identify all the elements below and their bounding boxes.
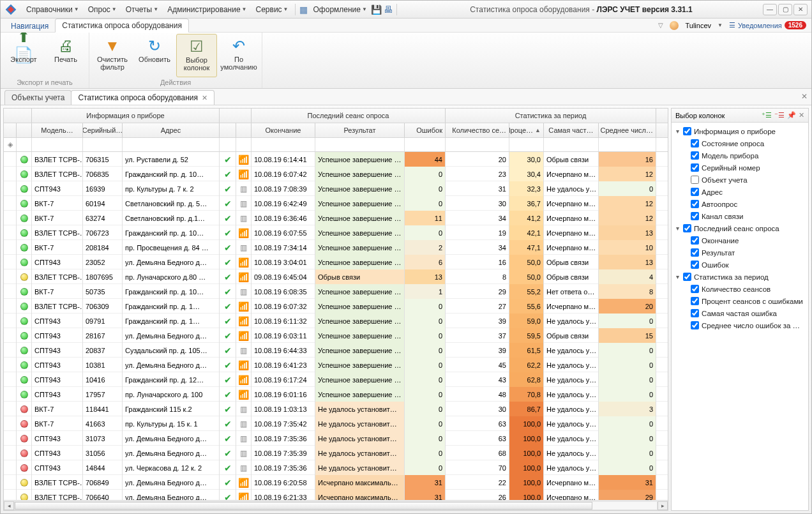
item-checkbox[interactable] bbox=[691, 212, 699, 220]
filter-cell[interactable] bbox=[83, 138, 123, 151]
tree-group[interactable]: ▾Последний сеанс опроса bbox=[674, 222, 806, 234]
add-column-icon[interactable]: ⁺☰ bbox=[762, 111, 772, 119]
item-checkbox[interactable] bbox=[691, 163, 699, 172]
expand-icon[interactable]: ▾ bbox=[674, 225, 680, 232]
menu-0[interactable]: Справочники▼ bbox=[22, 3, 83, 16]
tree-item[interactable]: Состояние опроса bbox=[674, 137, 806, 149]
filter-cell[interactable] bbox=[405, 138, 446, 151]
table-row[interactable]: ВКТ-741663пр. Культуры д. 15 к. 1✔▥10.08… bbox=[4, 416, 668, 431]
table-row[interactable]: ВКТ-7208184пр. Просвещения д. 84 …✔▥10.0… bbox=[4, 240, 668, 255]
column-header[interactable]: Ошибок bbox=[405, 123, 446, 137]
table-row[interactable]: СПТ94314844ул. Черкасова д. 12 к. 2✔▥10.… bbox=[4, 460, 668, 475]
group-checkbox[interactable] bbox=[683, 273, 691, 281]
filter-cell[interactable] bbox=[509, 138, 544, 151]
item-checkbox[interactable] bbox=[691, 285, 699, 293]
column-header[interactable]: Модель… bbox=[32, 123, 83, 137]
expand-icon[interactable]: ▾ bbox=[674, 273, 680, 280]
tree-item[interactable]: Ошибок bbox=[674, 259, 806, 271]
tree-item[interactable]: Модель прибора bbox=[674, 149, 806, 162]
column-header[interactable] bbox=[17, 123, 32, 137]
band-header[interactable] bbox=[4, 109, 32, 123]
horizontal-scrollbar[interactable]: ◂ ▸ bbox=[4, 500, 668, 510]
column-header[interactable]: Количество се… bbox=[446, 123, 509, 137]
item-checkbox[interactable] bbox=[691, 309, 699, 317]
doc-tab[interactable]: Объекты учета bbox=[4, 90, 71, 105]
menu-design[interactable]: Оформление▼ bbox=[310, 3, 371, 16]
table-row[interactable]: СПТ94310416Гражданский пр. д. 12…✔📶10.08… bbox=[4, 372, 668, 387]
column-header[interactable]: Среднее числ… bbox=[599, 123, 656, 137]
item-checkbox[interactable] bbox=[691, 321, 699, 329]
close-panel-icon[interactable]: ✕ bbox=[799, 111, 804, 119]
table-row[interactable]: СПТ94331056ул. Демьяна Бедного д…✔▥10.08… bbox=[4, 446, 668, 460]
table-row[interactable]: ВКТ-7118441Гражданский 115 к.2✔▥10.08.19… bbox=[4, 402, 668, 416]
item-checkbox[interactable] bbox=[691, 176, 699, 184]
table-row[interactable]: СПТ94310381ул. Демьяна Бедного д…✔📶10.08… bbox=[4, 358, 668, 372]
column-header[interactable] bbox=[4, 123, 17, 137]
table-row[interactable]: СПТ94317957пр. Луначарского д. 100✔📶10.0… bbox=[4, 387, 668, 402]
table-row[interactable]: ВЗЛЕТ ТСРВ-…706849ул. Демьяна Бедного д…… bbox=[4, 475, 668, 490]
tree-item[interactable]: Процент сеансов с ошибками bbox=[674, 295, 806, 307]
item-checkbox[interactable] bbox=[691, 200, 699, 208]
band-header[interactable]: Последний сеанс опроса bbox=[252, 109, 446, 123]
tree-item[interactable]: Объект учета bbox=[674, 174, 806, 186]
table-row[interactable]: СПТ94309791Гражданский пр. д. 1…✔📶10.08.… bbox=[4, 314, 668, 328]
band-header[interactable]: Информация о приборе bbox=[32, 109, 220, 123]
doc-tab[interactable]: Статистика опроса оборудования✕ bbox=[71, 90, 214, 105]
table-row[interactable]: ВЗЛЕТ ТСРВ-…706723Гражданский пр. д. 10…… bbox=[4, 225, 668, 240]
scroll-track[interactable] bbox=[14, 501, 658, 510]
column-header[interactable]: Результат bbox=[315, 123, 405, 137]
columns-button[interactable]: ☑Выбор колонок bbox=[176, 34, 217, 77]
column-header[interactable]: Окончание bbox=[252, 123, 315, 137]
item-checkbox[interactable] bbox=[691, 261, 699, 269]
filter-cell[interactable] bbox=[236, 138, 252, 151]
item-checkbox[interactable] bbox=[691, 188, 699, 196]
item-checkbox[interactable] bbox=[691, 151, 699, 160]
minimize-button[interactable]: — bbox=[763, 4, 777, 15]
close-button[interactable]: ✕ bbox=[793, 4, 808, 15]
menu-3[interactable]: Администрирование▼ bbox=[163, 3, 250, 16]
table-row[interactable]: СПТ94323052ул. Демьяна Бедного д…✔📶10.08… bbox=[4, 255, 668, 269]
tree-group[interactable]: ▾Статистика за период bbox=[674, 271, 806, 283]
filter-cell[interactable] bbox=[220, 138, 236, 151]
column-header[interactable]: Серийный… bbox=[83, 123, 123, 137]
column-header[interactable] bbox=[236, 123, 252, 137]
item-checkbox[interactable] bbox=[691, 297, 699, 305]
table-row[interactable]: СПТ94328167ул. Демьяна Бедного д…✔📶10.08… bbox=[4, 328, 668, 343]
reset-button[interactable]: ↶По умолчанию bbox=[218, 34, 259, 77]
table-row[interactable]: СПТ94320837Суздальский пр. д. 105…✔▥10.0… bbox=[4, 343, 668, 358]
filter-cell[interactable] bbox=[123, 138, 220, 151]
tree-item[interactable]: Автоопрос bbox=[674, 198, 806, 210]
table-row[interactable]: ВЗЛЕТ ТСРВ-…1807695пр. Луначарского д.80… bbox=[4, 269, 668, 284]
filter-cell[interactable] bbox=[599, 138, 656, 151]
refresh-button[interactable]: ↻Обновить bbox=[134, 34, 175, 77]
item-checkbox[interactable] bbox=[691, 248, 699, 257]
maximize-button[interactable]: ▢ bbox=[778, 4, 792, 15]
menu-4[interactable]: Сервис▼ bbox=[252, 3, 292, 16]
filter-cell[interactable] bbox=[32, 138, 83, 151]
table-row[interactable]: ВЗЛЕТ ТСРВ-…706640ул. Демьяна Бедного д…… bbox=[4, 490, 668, 500]
item-checkbox[interactable] bbox=[691, 139, 699, 147]
tree-item[interactable]: Самая частая ошибка bbox=[674, 307, 806, 319]
pin-icon[interactable]: 📌 bbox=[787, 111, 796, 119]
user-name[interactable]: Tulincev bbox=[685, 22, 711, 29]
notifications-button[interactable]: ☰ Уведомления 1526 bbox=[729, 21, 806, 29]
filter-cell[interactable] bbox=[17, 138, 32, 151]
tree-item[interactable]: Результат bbox=[674, 246, 806, 259]
tree-item[interactable]: Адрес bbox=[674, 186, 806, 198]
tree-item[interactable]: Окончание bbox=[674, 234, 806, 246]
group-checkbox[interactable] bbox=[683, 224, 691, 232]
filter-cell[interactable] bbox=[446, 138, 509, 151]
tree-item[interactable]: Количество сеансов bbox=[674, 283, 806, 295]
close-all-tabs-icon[interactable]: ✕ bbox=[801, 92, 808, 101]
close-tab-icon[interactable]: ✕ bbox=[202, 94, 207, 102]
grid-body[interactable]: ВЗЛЕТ ТСРВ-…706315ул. Руставели д. 52✔📶1… bbox=[4, 152, 668, 500]
nav-tab-statistics[interactable]: Статистика опроса оборудования bbox=[55, 19, 189, 33]
tree-item[interactable]: Серийный номер bbox=[674, 162, 806, 174]
print-button[interactable]: 🖨Печать bbox=[45, 34, 86, 77]
table-row[interactable]: ВЗЛЕТ ТСРВ-…706835Гражданский пр. д. 10…… bbox=[4, 167, 668, 181]
scroll-left-button[interactable]: ◂ bbox=[4, 501, 14, 510]
column-header[interactable]: Адрес bbox=[123, 123, 220, 137]
tree-item[interactable]: Среднее число ошибок за … bbox=[674, 319, 806, 331]
filter-cell[interactable] bbox=[315, 138, 405, 151]
column-header[interactable]: Самая част… bbox=[544, 123, 599, 137]
